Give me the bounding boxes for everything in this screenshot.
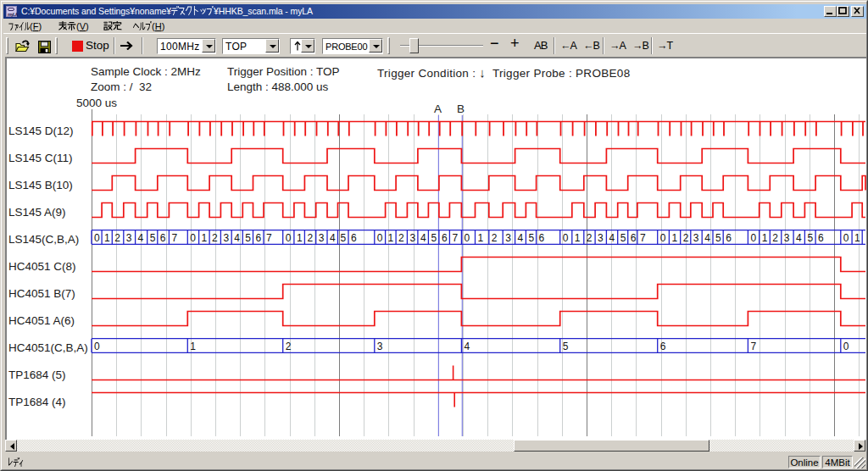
svg-text:1: 1 [104,232,110,244]
svg-text:6: 6 [256,232,262,244]
svg-text:5: 5 [807,232,813,244]
svg-text:6: 6 [442,232,448,244]
svg-text:A: A [434,103,442,115]
svg-text:6: 6 [660,341,666,352]
svg-text:2: 2 [587,232,593,244]
svg-text:7: 7 [640,232,646,244]
svg-text:6: 6 [160,232,166,244]
svg-text:TP1684 (4): TP1684 (4) [8,396,66,408]
svg-text:3: 3 [409,232,415,244]
svg-text:0: 0 [843,341,849,352]
svg-text:B: B [457,103,465,115]
svg-text:5: 5 [431,232,437,244]
svg-text:2: 2 [212,232,218,244]
svg-text:TP1684 (5): TP1684 (5) [8,368,66,381]
svg-text:4: 4 [796,232,802,244]
svg-text:7: 7 [171,232,177,244]
svg-text:5: 5 [150,232,156,244]
svg-text:5: 5 [715,232,721,244]
svg-text:3: 3 [126,232,132,244]
svg-text:LS145 C(11): LS145 C(11) [8,152,73,164]
svg-text:3: 3 [223,232,229,244]
svg-text:0: 0 [190,232,196,244]
svg-text:3: 3 [377,341,383,352]
svg-text:7: 7 [452,232,458,244]
svg-text:2: 2 [398,232,404,244]
svg-text:1: 1 [478,232,484,244]
svg-text:0: 0 [464,232,470,244]
svg-text:4: 4 [138,232,144,244]
svg-text:5: 5 [528,232,534,244]
svg-text:4: 4 [234,232,240,244]
svg-text:4: 4 [420,232,426,244]
svg-text:LS145 B(10): LS145 B(10) [8,179,73,191]
svg-text:1: 1 [297,232,303,244]
svg-text:HC4051 A(6): HC4051 A(6) [8,314,75,327]
svg-text:3: 3 [319,232,325,244]
svg-text:1: 1 [202,232,208,244]
svg-text:5: 5 [245,232,251,244]
svg-text:6: 6 [539,232,545,244]
svg-text:1: 1 [854,232,860,244]
svg-text:0: 0 [377,232,383,244]
svg-text:2: 2 [683,232,689,244]
svg-text:0: 0 [286,232,292,244]
svg-text:4: 4 [464,341,470,352]
svg-text:5: 5 [620,232,626,244]
svg-text:2: 2 [114,232,120,244]
svg-text:LS145 D(12): LS145 D(12) [8,125,74,137]
svg-text:1: 1 [671,232,677,244]
svg-text:5: 5 [563,341,569,352]
svg-text:0: 0 [94,341,100,352]
svg-text:7: 7 [266,232,272,244]
svg-text:7: 7 [750,341,756,352]
svg-text:2: 2 [492,232,498,244]
svg-text:HC4051 B(7): HC4051 B(7) [8,287,75,300]
svg-text:5000 us: 5000 us [76,97,117,109]
svg-text:6: 6 [631,232,637,244]
svg-text:3: 3 [598,232,604,244]
svg-text:0: 0 [94,232,100,244]
svg-text:HC4051(C,B,A): HC4051(C,B,A) [8,341,88,354]
svg-text:2: 2 [307,232,313,244]
svg-text:HC4051 C(8): HC4051 C(8) [8,260,76,273]
svg-text:0: 0 [660,232,666,244]
svg-text:6: 6 [351,232,357,244]
svg-text:2: 2 [772,232,778,244]
svg-text:1: 1 [762,232,768,244]
svg-text:0: 0 [750,232,756,244]
svg-text:3: 3 [505,232,511,244]
svg-text:2: 2 [286,341,292,352]
svg-text:1: 1 [190,341,196,352]
svg-text:LS145 A(9): LS145 A(9) [8,206,66,219]
svg-text:0: 0 [843,232,849,244]
svg-text:6: 6 [818,232,824,244]
svg-text:4: 4 [609,232,615,244]
svg-text:6: 6 [726,232,732,244]
svg-text:3: 3 [693,232,699,244]
svg-text:5: 5 [341,232,347,244]
svg-text:0: 0 [563,232,569,244]
svg-text:4: 4 [518,232,524,244]
svg-text:4: 4 [330,232,336,244]
svg-text:4: 4 [704,232,710,244]
svg-text:1: 1 [388,232,394,244]
svg-text:LS145(C,B,A): LS145(C,B,A) [8,233,79,246]
svg-text:3: 3 [784,232,790,244]
svg-text:1: 1 [575,232,581,244]
